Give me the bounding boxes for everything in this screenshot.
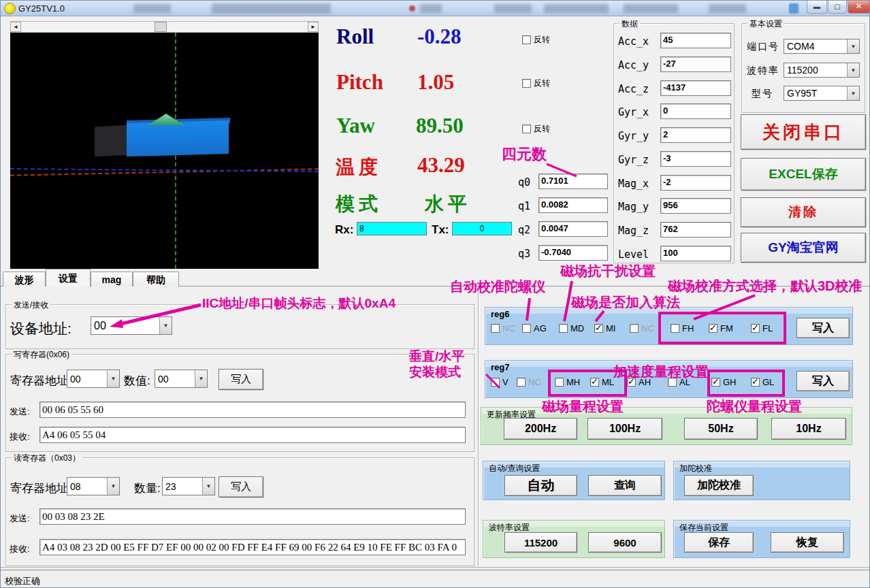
checkbox-box[interactable] bbox=[751, 378, 760, 387]
read-reg-qty-combobox[interactable]: 23▼ bbox=[162, 477, 215, 495]
query-button[interactable]: 查询 bbox=[588, 475, 662, 496]
pitch-invert-checkbox[interactable]: 反转 bbox=[522, 78, 550, 89]
write-reg-send-field[interactable]: 00 06 05 55 60 bbox=[39, 402, 466, 418]
mag-z-field[interactable]: 762 bbox=[660, 222, 731, 238]
tab-mag[interactable]: mag bbox=[91, 272, 133, 287]
reg6-fh-checkbox[interactable]: FH bbox=[671, 323, 694, 333]
restore-button[interactable]: 恢复 bbox=[771, 532, 844, 553]
gyr-z-field[interactable]: -3 bbox=[660, 151, 731, 167]
checkbox-box[interactable] bbox=[630, 324, 639, 333]
q0-field[interactable]: 0.7101 bbox=[538, 174, 608, 189]
read-reg-recv-field[interactable]: A4 03 08 23 2D 00 E5 FF D7 EF 00 00 02 0… bbox=[39, 539, 466, 555]
q1-field[interactable]: 0.0082 bbox=[538, 197, 608, 213]
save-button[interactable]: 保存 bbox=[684, 532, 754, 553]
write-reg-recv-field[interactable]: A4 06 05 55 04 bbox=[39, 427, 466, 443]
write-reg-value-combobox[interactable]: 00▼ bbox=[155, 370, 208, 388]
read-reg-send-field[interactable]: 00 03 08 23 2E bbox=[39, 508, 466, 525]
checkbox-box[interactable] bbox=[555, 378, 564, 387]
checkbox-box[interactable] bbox=[559, 324, 568, 333]
tab-settings[interactable]: 设置 bbox=[46, 269, 91, 287]
chevron-down-icon[interactable]: ▼ bbox=[107, 478, 119, 495]
port-combobox[interactable]: COM4▼ bbox=[784, 39, 860, 54]
chevron-down-icon[interactable]: ▼ bbox=[847, 39, 859, 53]
gyr-y-field[interactable]: 2 bbox=[660, 127, 731, 143]
annotation-gyro-range: 陀螺仪量程设置 bbox=[707, 397, 802, 416]
reg6-md-checkbox[interactable]: MD bbox=[559, 323, 584, 333]
checkbox-box[interactable] bbox=[751, 324, 760, 333]
reg6-fl-checkbox[interactable]: FL bbox=[751, 323, 773, 333]
maximize-button[interactable]: ▢ bbox=[828, 1, 847, 14]
checkbox-box[interactable] bbox=[711, 378, 720, 387]
checkbox-box[interactable] bbox=[491, 378, 500, 387]
checkbox-box[interactable] bbox=[709, 324, 718, 333]
rate-10hz-button[interactable]: 10Hz bbox=[771, 418, 846, 440]
rate-100hz-button[interactable]: 100Hz bbox=[587, 418, 662, 440]
reg7-ml-checkbox[interactable]: ML bbox=[590, 377, 614, 387]
tab-help[interactable]: 帮助 bbox=[133, 272, 179, 287]
gyr-x-field[interactable]: 0 bbox=[660, 103, 731, 119]
yaw-invert-checkbox[interactable]: 反转 bbox=[522, 123, 550, 135]
mag-y-field[interactable]: 956 bbox=[660, 198, 731, 214]
reg6-mi-checkbox[interactable]: MI bbox=[594, 323, 615, 333]
auto-button[interactable]: 自动 bbox=[504, 475, 577, 496]
q3-field[interactable]: -0.7040 bbox=[538, 245, 608, 261]
chevron-down-icon[interactable]: ▼ bbox=[847, 86, 859, 100]
checkbox-box[interactable] bbox=[522, 125, 531, 133]
mag-x-field[interactable]: -2 bbox=[660, 175, 731, 191]
reg6-nc2-checkbox[interactable]: NC bbox=[630, 323, 654, 333]
reg7-nc-checkbox[interactable]: NC bbox=[517, 377, 541, 387]
roll-invert-checkbox[interactable]: 反转 bbox=[522, 34, 550, 46]
checkbox-box[interactable] bbox=[522, 324, 531, 333]
checkbox-box[interactable] bbox=[517, 378, 526, 387]
checkbox-box[interactable] bbox=[594, 324, 603, 333]
close-serial-button[interactable]: 关闭串口 bbox=[741, 114, 866, 150]
checkbox-box[interactable] bbox=[491, 324, 500, 333]
acc-y-field[interactable]: -27 bbox=[660, 56, 731, 72]
chevron-down-icon[interactable]: ▼ bbox=[847, 63, 859, 77]
model-combobox[interactable]: GY95T▼ bbox=[784, 86, 860, 101]
reg6-write-button[interactable]: 写入 bbox=[796, 318, 850, 338]
baud-combobox[interactable]: 115200▼ bbox=[784, 63, 860, 78]
reg6-ag-checkbox[interactable]: AG bbox=[522, 323, 547, 333]
reg7-mh-checkbox[interactable]: MH bbox=[555, 377, 580, 387]
checkbox-box[interactable] bbox=[522, 35, 531, 44]
acc-z-field[interactable]: -4137 bbox=[660, 80, 731, 96]
reg7-write-button[interactable]: 写入 bbox=[796, 371, 850, 391]
reg7-gl-checkbox[interactable]: GL bbox=[751, 377, 774, 387]
chevron-down-icon[interactable]: ▼ bbox=[159, 317, 172, 334]
scroll-left-button[interactable]: ◄ bbox=[10, 22, 21, 32]
reg6-nc1-checkbox[interactable]: NC bbox=[491, 323, 515, 333]
chevron-down-icon[interactable]: ▼ bbox=[202, 478, 214, 495]
rate-200hz-button[interactable]: 200Hz bbox=[504, 418, 577, 440]
read-reg-write-button[interactable]: 写入 bbox=[219, 476, 263, 497]
q2-field[interactable]: 0.0047 bbox=[538, 221, 608, 237]
rate-50hz-button[interactable]: 50Hz bbox=[684, 418, 758, 440]
acc-x-field[interactable]: 45 bbox=[660, 33, 731, 48]
reg7-v-checkbox[interactable]: V bbox=[491, 377, 509, 387]
write-reg-addr-combobox[interactable]: 00▼ bbox=[67, 370, 120, 388]
checkbox-box[interactable] bbox=[522, 79, 531, 88]
reg6-fm-checkbox[interactable]: FM bbox=[709, 323, 733, 333]
clear-button[interactable]: 清除 bbox=[741, 197, 866, 227]
taobao-button[interactable]: GY淘宝官网 bbox=[741, 233, 866, 263]
device-addr-combobox[interactable]: 00▼ bbox=[91, 316, 172, 335]
excel-save-button[interactable]: EXCEL保存 bbox=[741, 158, 866, 191]
write-reg-write-button[interactable]: 写入 bbox=[219, 369, 263, 390]
chevron-down-icon[interactable]: ▼ bbox=[107, 370, 119, 387]
baud-115200-button[interactable]: 115200 bbox=[504, 532, 577, 553]
scrollbar-thumb[interactable] bbox=[155, 22, 167, 32]
minimize-button[interactable]: ▬ bbox=[807, 1, 827, 14]
level-field[interactable]: 100 bbox=[660, 246, 731, 261]
chevron-down-icon[interactable]: ▼ bbox=[195, 370, 207, 387]
close-button[interactable]: ✕ bbox=[848, 1, 870, 14]
rx-count-field[interactable]: 8 bbox=[357, 222, 427, 235]
checkbox-box[interactable] bbox=[590, 378, 599, 387]
tab-waveform[interactable]: 波形 bbox=[3, 272, 46, 287]
reg7-gh-checkbox[interactable]: GH bbox=[711, 377, 737, 387]
tx-count-field[interactable]: 0 bbox=[452, 222, 512, 235]
gyro-cal-button[interactable]: 加陀校准 bbox=[684, 475, 754, 496]
baud-9600-button[interactable]: 9600 bbox=[588, 532, 662, 553]
scroll-right-button[interactable]: ► bbox=[308, 22, 319, 32]
checkbox-box[interactable] bbox=[671, 324, 679, 333]
read-reg-addr-combobox[interactable]: 08▼ bbox=[67, 477, 120, 495]
